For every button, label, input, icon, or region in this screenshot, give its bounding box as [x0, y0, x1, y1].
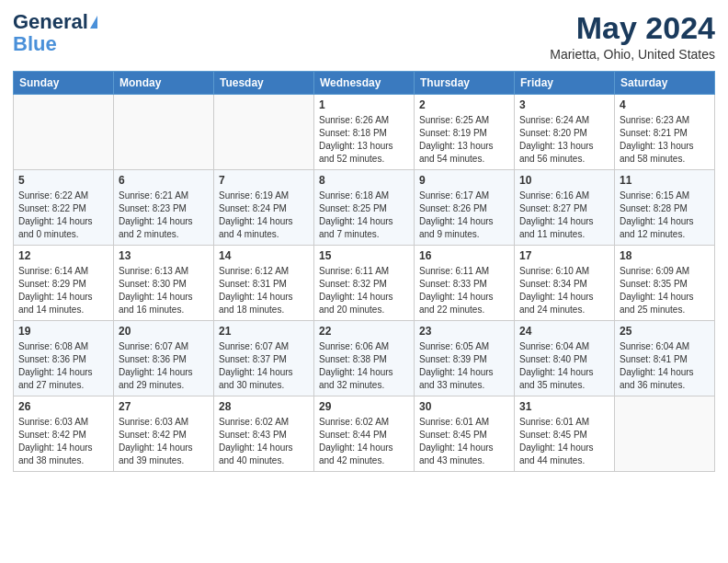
week-row-1: 1 Sunrise: 6:26 AMSunset: 8:18 PMDayligh…	[14, 95, 715, 170]
day-info: Sunrise: 6:24 AMSunset: 8:20 PMDaylight:…	[519, 114, 609, 166]
day-cell: 6 Sunrise: 6:21 AMSunset: 8:23 PMDayligh…	[114, 170, 214, 246]
day-number: 8	[319, 174, 409, 187]
day-cell: 15 Sunrise: 6:11 AMSunset: 8:32 PMDaylig…	[314, 246, 415, 321]
day-info: Sunrise: 6:11 AMSunset: 8:33 PMDaylight:…	[419, 265, 509, 316]
day-number: 29	[319, 400, 409, 413]
day-number: 19	[18, 325, 108, 338]
day-info: Sunrise: 6:23 AMSunset: 8:21 PMDaylight:…	[620, 114, 710, 166]
day-number: 28	[219, 400, 309, 413]
day-number: 9	[419, 174, 509, 187]
day-info: Sunrise: 6:13 AMSunset: 8:30 PMDaylight:…	[119, 265, 209, 316]
day-cell: 19 Sunrise: 6:08 AMSunset: 8:36 PMDaylig…	[14, 321, 114, 396]
month-title: May 2024	[550, 11, 715, 45]
day-cell	[214, 95, 314, 170]
day-cell: 22 Sunrise: 6:06 AMSunset: 8:38 PMDaylig…	[314, 321, 415, 396]
day-info: Sunrise: 6:06 AMSunset: 8:38 PMDaylight:…	[319, 340, 409, 392]
week-row-4: 19 Sunrise: 6:08 AMSunset: 8:36 PMDaylig…	[14, 321, 715, 396]
col-saturday: Saturday	[615, 72, 715, 95]
day-cell: 8 Sunrise: 6:18 AMSunset: 8:25 PMDayligh…	[314, 170, 415, 246]
calendar-container: General Blue May 2024 Marietta, Ohio, Un…	[0, 0, 728, 485]
col-tuesday: Tuesday	[214, 72, 314, 95]
day-cell: 14 Sunrise: 6:12 AMSunset: 8:31 PMDaylig…	[214, 246, 314, 321]
day-cell	[114, 95, 214, 170]
day-cell: 24 Sunrise: 6:04 AMSunset: 8:40 PMDaylig…	[515, 321, 615, 396]
day-info: Sunrise: 6:01 AMSunset: 8:45 PMDaylight:…	[419, 416, 509, 467]
col-sunday: Sunday	[14, 72, 114, 95]
day-info: Sunrise: 6:07 AMSunset: 8:36 PMDaylight:…	[119, 340, 209, 392]
day-cell: 21 Sunrise: 6:07 AMSunset: 8:37 PMDaylig…	[214, 321, 314, 396]
day-number: 15	[319, 249, 409, 262]
day-info: Sunrise: 6:26 AMSunset: 8:18 PMDaylight:…	[319, 114, 409, 166]
day-number: 3	[519, 98, 609, 111]
day-cell: 27 Sunrise: 6:03 AMSunset: 8:42 PMDaylig…	[114, 396, 214, 472]
title-block: May 2024 Marietta, Ohio, United States	[550, 11, 715, 62]
day-number: 5	[18, 174, 108, 187]
day-info: Sunrise: 6:21 AMSunset: 8:23 PMDaylight:…	[119, 190, 209, 241]
day-info: Sunrise: 6:18 AMSunset: 8:25 PMDaylight:…	[319, 190, 409, 241]
day-number: 17	[519, 249, 609, 262]
logo-text-blue: Blue	[13, 33, 57, 55]
day-info: Sunrise: 6:19 AMSunset: 8:24 PMDaylight:…	[219, 190, 309, 241]
day-info: Sunrise: 6:03 AMSunset: 8:42 PMDaylight:…	[119, 416, 209, 467]
day-number: 31	[519, 400, 609, 413]
day-number: 23	[419, 325, 509, 338]
day-info: Sunrise: 6:02 AMSunset: 8:43 PMDaylight:…	[219, 416, 309, 467]
day-cell: 5 Sunrise: 6:22 AMSunset: 8:22 PMDayligh…	[14, 170, 114, 246]
header-row: Sunday Monday Tuesday Wednesday Thursday…	[14, 72, 715, 95]
day-cell: 9 Sunrise: 6:17 AMSunset: 8:26 PMDayligh…	[415, 170, 515, 246]
day-number: 14	[219, 249, 309, 262]
col-wednesday: Wednesday	[314, 72, 415, 95]
day-info: Sunrise: 6:04 AMSunset: 8:40 PMDaylight:…	[519, 340, 609, 392]
day-number: 30	[419, 400, 509, 413]
day-number: 27	[119, 400, 209, 413]
day-number: 20	[119, 325, 209, 338]
day-info: Sunrise: 6:22 AMSunset: 8:22 PMDaylight:…	[18, 190, 108, 241]
location: Marietta, Ohio, United States	[550, 47, 715, 62]
col-monday: Monday	[114, 72, 214, 95]
day-info: Sunrise: 6:02 AMSunset: 8:44 PMDaylight:…	[319, 416, 409, 467]
day-info: Sunrise: 6:15 AMSunset: 8:28 PMDaylight:…	[620, 190, 710, 241]
day-number: 10	[519, 174, 609, 187]
day-info: Sunrise: 6:11 AMSunset: 8:32 PMDaylight:…	[319, 265, 409, 316]
day-cell: 30 Sunrise: 6:01 AMSunset: 8:45 PMDaylig…	[415, 396, 515, 472]
day-cell: 7 Sunrise: 6:19 AMSunset: 8:24 PMDayligh…	[214, 170, 314, 246]
day-cell: 4 Sunrise: 6:23 AMSunset: 8:21 PMDayligh…	[615, 95, 715, 170]
day-cell: 10 Sunrise: 6:16 AMSunset: 8:27 PMDaylig…	[515, 170, 615, 246]
day-number: 22	[319, 325, 409, 338]
day-cell: 2 Sunrise: 6:25 AMSunset: 8:19 PMDayligh…	[415, 95, 515, 170]
day-cell	[14, 95, 114, 170]
day-cell: 16 Sunrise: 6:11 AMSunset: 8:33 PMDaylig…	[415, 246, 515, 321]
day-info: Sunrise: 6:14 AMSunset: 8:29 PMDaylight:…	[18, 265, 108, 316]
header: General Blue May 2024 Marietta, Ohio, Un…	[13, 11, 715, 62]
day-cell: 31 Sunrise: 6:01 AMSunset: 8:45 PMDaylig…	[515, 396, 615, 472]
day-number: 18	[620, 249, 710, 262]
day-info: Sunrise: 6:04 AMSunset: 8:41 PMDaylight:…	[620, 340, 710, 392]
week-row-5: 26 Sunrise: 6:03 AMSunset: 8:42 PMDaylig…	[14, 396, 715, 472]
day-info: Sunrise: 6:05 AMSunset: 8:39 PMDaylight:…	[419, 340, 509, 392]
day-info: Sunrise: 6:08 AMSunset: 8:36 PMDaylight:…	[18, 340, 108, 392]
day-number: 25	[620, 325, 710, 338]
day-number: 16	[419, 249, 509, 262]
day-cell: 17 Sunrise: 6:10 AMSunset: 8:34 PMDaylig…	[515, 246, 615, 321]
logo: General Blue	[13, 11, 97, 55]
day-cell: 29 Sunrise: 6:02 AMSunset: 8:44 PMDaylig…	[314, 396, 415, 472]
day-info: Sunrise: 6:07 AMSunset: 8:37 PMDaylight:…	[219, 340, 309, 392]
day-number: 13	[119, 249, 209, 262]
day-number: 21	[219, 325, 309, 338]
day-cell: 11 Sunrise: 6:15 AMSunset: 8:28 PMDaylig…	[615, 170, 715, 246]
logo-triangle-icon	[90, 16, 97, 29]
day-info: Sunrise: 6:25 AMSunset: 8:19 PMDaylight:…	[419, 114, 509, 166]
day-cell: 18 Sunrise: 6:09 AMSunset: 8:35 PMDaylig…	[615, 246, 715, 321]
day-cell	[615, 396, 715, 472]
col-thursday: Thursday	[415, 72, 515, 95]
day-cell: 13 Sunrise: 6:13 AMSunset: 8:30 PMDaylig…	[114, 246, 214, 321]
day-cell: 3 Sunrise: 6:24 AMSunset: 8:20 PMDayligh…	[515, 95, 615, 170]
day-number: 24	[519, 325, 609, 338]
day-info: Sunrise: 6:09 AMSunset: 8:35 PMDaylight:…	[620, 265, 710, 316]
day-number: 12	[18, 249, 108, 262]
day-number: 26	[18, 400, 108, 413]
logo-text-general: General	[13, 11, 88, 33]
day-cell: 12 Sunrise: 6:14 AMSunset: 8:29 PMDaylig…	[14, 246, 114, 321]
day-cell: 26 Sunrise: 6:03 AMSunset: 8:42 PMDaylig…	[14, 396, 114, 472]
day-info: Sunrise: 6:17 AMSunset: 8:26 PMDaylight:…	[419, 190, 509, 241]
